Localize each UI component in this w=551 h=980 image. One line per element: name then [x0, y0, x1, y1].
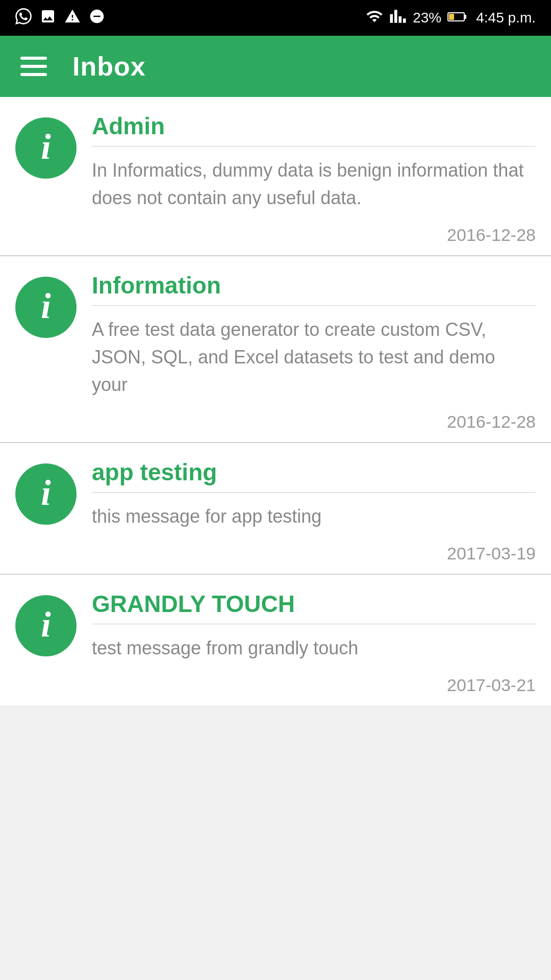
- wifi-icon: [366, 8, 383, 29]
- inbox-item-1[interactable]: i Admin In Informatics, dummy data is be…: [0, 97, 551, 256]
- item-title-3: app testing: [92, 458, 536, 493]
- item-content-4: GRANDLY TOUCH test message from grandly …: [92, 590, 536, 695]
- item-date-3: 2017-03-19: [92, 541, 536, 564]
- svg-rect-1: [449, 14, 454, 20]
- hamburger-line-1: [20, 57, 47, 60]
- item-body-2: A free test data generator to create cus…: [92, 316, 536, 399]
- avatar-4: i: [15, 595, 77, 656]
- status-bar-right-icons: 23% 4:45 p.m.: [366, 8, 536, 29]
- inbox-item-3[interactable]: i app testing this message for app testi…: [0, 443, 551, 575]
- avatar-icon-2: i: [41, 288, 51, 324]
- item-body-1: In Informatics, dummy data is benign inf…: [92, 157, 536, 212]
- hamburger-line-3: [20, 73, 47, 76]
- battery-icon: [447, 10, 467, 26]
- inbox-item-2[interactable]: i Information A free test data generator…: [0, 256, 551, 443]
- item-content-1: Admin In Informatics, dummy data is beni…: [92, 112, 536, 245]
- item-date-2: 2016-12-28: [92, 409, 536, 432]
- inbox-item-4[interactable]: i GRANDLY TOUCH test message from grandl…: [0, 575, 551, 705]
- item-title-1: Admin: [92, 112, 536, 146]
- svg-rect-2: [464, 15, 466, 19]
- item-date-4: 2017-03-21: [92, 672, 536, 695]
- app-bar: Inbox: [0, 36, 551, 97]
- item-title-4: GRANDLY TOUCH: [92, 590, 536, 624]
- warning-icon: [64, 8, 81, 28]
- item-body-3: this message for app testing: [92, 503, 536, 530]
- hamburger-line-2: [20, 65, 47, 68]
- inbox-list: i Admin In Informatics, dummy data is be…: [0, 97, 551, 705]
- signal-icon: [389, 8, 407, 29]
- avatar-1: i: [15, 117, 77, 179]
- item-title-2: Information: [92, 272, 536, 306]
- page-title: Inbox: [72, 51, 146, 82]
- bottom-area: [0, 705, 551, 807]
- avatar-icon-1: i: [41, 129, 51, 165]
- avatar-2: i: [15, 277, 77, 338]
- avatar-3: i: [15, 463, 77, 525]
- item-content-2: Information A free test data generator t…: [92, 272, 536, 432]
- whatsapp-icon: [15, 8, 32, 28]
- status-time: 4:45 p.m.: [476, 10, 536, 26]
- no-disturb-icon: [89, 8, 105, 28]
- status-bar: 23% 4:45 p.m.: [0, 0, 551, 36]
- image-icon: [40, 8, 56, 28]
- battery-percentage: 23%: [413, 10, 441, 26]
- avatar-icon-4: i: [41, 607, 51, 643]
- item-body-4: test message from grandly touch: [92, 634, 536, 662]
- avatar-icon-3: i: [41, 475, 51, 511]
- item-content-3: app testing this message for app testing…: [92, 458, 536, 564]
- item-date-1: 2016-12-28: [92, 222, 536, 245]
- status-bar-left-icons: [15, 8, 105, 28]
- hamburger-menu-button[interactable]: [20, 57, 47, 76]
